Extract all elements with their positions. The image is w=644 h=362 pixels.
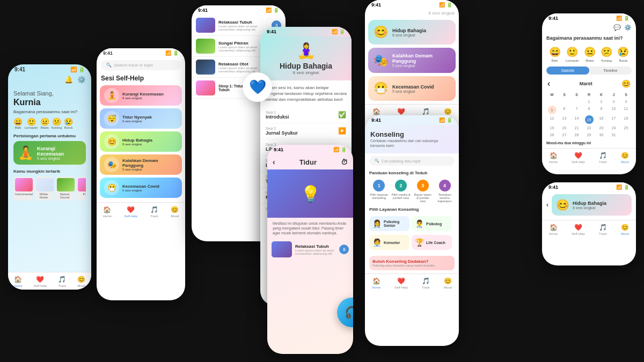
- nav-track-2[interactable]: 🎵Track: [150, 206, 158, 218]
- btn-statistik[interactable]: Statistik: [546, 67, 589, 75]
- pause-btn-tidur[interactable]: ⏸: [339, 245, 349, 254]
- layanan-lifecoach[interactable]: 🏆Life Coach: [412, 235, 452, 250]
- layanan-psikolog[interactable]: 👨‍⚕️Psikolog: [412, 216, 452, 231]
- m-kurang[interactable]: 😕Kurang: [601, 46, 612, 62]
- m-biasa[interactable]: 😐Biasa: [584, 46, 596, 62]
- greeting-prefix: Selamat Siang,: [13, 90, 86, 97]
- gear-icon-8[interactable]: ⚙️: [624, 24, 632, 31]
- sh-hidup[interactable]: 😊 Hidup Bahagia8 sesi singkat: [100, 131, 182, 152]
- selfhelp-title: Sesi Self-Help: [97, 72, 185, 85]
- sh-tidur[interactable]: 😴 Tidur Nyenyak6 sesi singkat: [100, 108, 182, 129]
- btn-timeline[interactable]: Timeline: [589, 67, 632, 75]
- sh-covid[interactable]: 😷 Kecemasan Covid5 sesi singkat: [100, 178, 182, 198]
- course-card-demam[interactable]: 🎭 Kalahkan Demam Panggung5 sesi singkat: [368, 48, 456, 73]
- phone-mood: 9:41 📶🔋 💬 ⚙️ Bagaimana perasaanmu saat i…: [542, 13, 636, 174]
- status-bar-6: 9:41 📶🔋: [365, 0, 459, 10]
- darurat-box[interactable]: Butuh Konseling Dadakan? Psikolog atau k…: [369, 256, 455, 270]
- first-aid-label: Pertolongan pertama untukmu: [13, 134, 86, 138]
- nav-track-9[interactable]: 🎵Track: [599, 224, 607, 235]
- calendar-grid: M S S R K J S 1234 567 891011 121314 151…: [542, 91, 636, 139]
- hidup-sub-9: 8 sesi singkat: [573, 206, 606, 210]
- nav-mood-1[interactable]: 😊Mood: [77, 276, 85, 287]
- nav-home-8[interactable]: 🏠Home: [549, 152, 558, 164]
- step-3: 3 Bayar token & jumlah sesi: [413, 180, 432, 203]
- nav-selfhelp-7[interactable]: ❤️Self-Help: [394, 277, 408, 289]
- course-card-hidup[interactable]: 😊 Hidup Bahagia8 sesi singkat: [368, 20, 456, 45]
- headphone-float: 🎧: [337, 298, 353, 327]
- music-white-noise[interactable]: White Noise: [34, 176, 53, 201]
- nav-home-2[interactable]: 🏠Home: [103, 206, 112, 218]
- mood-lumayan[interactable]: 🙂Lumayan: [25, 117, 38, 129]
- bottom-nav-7: 🏠Home ❤️Self-Help 🎵Track 😊Mood: [365, 274, 459, 291]
- back-icon[interactable]: ‹: [273, 158, 275, 166]
- tidur-title: Tidur: [299, 158, 317, 166]
- cal-prev[interactable]: ‹: [547, 79, 550, 88]
- layanan-psikolog-senior[interactable]: 👩‍⚕️Psikolog Senior: [369, 216, 409, 231]
- kurangi-kecemasan-card[interactable]: 🧘 Kurangi Kecemasan5 sesi singkat: [13, 141, 86, 165]
- layanan-konselor[interactable]: 🧑‍💼Konselor: [369, 235, 409, 250]
- gear-icon[interactable]: ⚙️: [77, 76, 86, 84]
- nav-track-7[interactable]: 🎵Track: [422, 277, 430, 289]
- m-lumayan[interactable]: 🙂Lumayan: [566, 46, 579, 62]
- phone-selfhelp: 9:41 📶🔋 🔍 Search track or topic Sesi Sel…: [97, 48, 185, 300]
- step-row: 1 Pilih layanan konseling 2 Pilih media …: [365, 178, 459, 205]
- nav-selfhelp-9[interactable]: ❤️Self-Help: [572, 224, 585, 235]
- sh-kurangi[interactable]: 🧘 Kurangi Kecemasan8 sesi singkat: [100, 85, 182, 106]
- layanan-title: Pilih Layanan Konseling: [365, 205, 459, 214]
- track-tidur[interactable]: Relaksasi Tubuh Lorem ipsum dolor sit am…: [267, 239, 353, 260]
- nav-mood-7[interactable]: 😊Mood: [444, 277, 452, 289]
- m-buruk[interactable]: 😢Buruk: [617, 46, 629, 62]
- play-icon-2[interactable]: ▶️: [338, 127, 346, 135]
- status-bar-9: 9:41 📶🔋: [542, 182, 636, 192]
- nav-home-9[interactable]: 🏠Home: [549, 224, 558, 235]
- mood-buruk[interactable]: 😢Buruk: [64, 117, 73, 129]
- music-instrumental[interactable]: Instrumental: [13, 176, 32, 201]
- tidur-image: 💡: [267, 169, 353, 218]
- maybe-interested-label: Kamu mungkin tertarik: [13, 169, 86, 174]
- stats-toggle: Statistik Timeline: [546, 67, 632, 75]
- konseling-search[interactable]: 🔍 Cari psikolog atau topik: [369, 156, 455, 166]
- nav-selfhelp-2[interactable]: ❤️Self-Help: [124, 206, 137, 218]
- nav-track-8[interactable]: 🎵Track: [599, 152, 607, 164]
- nav-home-1[interactable]: 🏠Home: [14, 276, 23, 287]
- darurat-title: Butuh Konseling Dadakan?: [372, 259, 451, 264]
- phone-bottom-right: 9:41 📶🔋 ‹ 😊 Hidup Bahagia 8 sesi singkat…: [542, 182, 636, 265]
- hidup-title-9: Hidup Bahagia: [573, 201, 606, 206]
- bell-icon[interactable]: 🔔: [64, 76, 73, 84]
- tidur-desc: Meditasi ini ditujukan untuk membantu An…: [267, 218, 353, 239]
- step-1: 1 Pilih layanan konseling: [370, 180, 389, 203]
- timer-icon[interactable]: ⏱: [341, 158, 348, 166]
- sh-kalahkan[interactable]: 🎭 Kalahkan Demam Panggung5 sesi singkat: [100, 154, 182, 175]
- m-baik[interactable]: 😄Baik: [549, 46, 561, 62]
- bottom-nav-9: 🏠Home ❤️Self-Help 🎵Track 😊Mood: [542, 220, 636, 238]
- status-bar-5: 9:41 📶🔋: [267, 145, 353, 154]
- search-icon-7: 🔍: [375, 159, 379, 163]
- back-icon-9[interactable]: ‹: [546, 201, 548, 209]
- mood-biasa[interactable]: 😐Biasa: [40, 117, 49, 129]
- mood-kurang[interactable]: 😕Kurang: [52, 117, 62, 129]
- nav-mood-9[interactable]: 😊Mood: [621, 224, 629, 235]
- nav-mood-8[interactable]: 😊Mood: [621, 152, 629, 164]
- mood-baik[interactable]: 😄Baik: [13, 117, 23, 129]
- music-row: Instrumental White Noise Nature Sound Fi…: [13, 176, 86, 201]
- session-1[interactable]: Sesi 1Introduksi ✅: [260, 107, 352, 123]
- session-2[interactable]: Sesi 2Jurnal Syukur ▶️: [260, 123, 352, 139]
- chat-icon[interactable]: 💬: [613, 24, 621, 31]
- status-bar-3: 9:41 📶🔋: [192, 5, 286, 15]
- calendar-header: ‹ Maret 😊: [542, 77, 636, 91]
- nav-track-1[interactable]: 🎵Track: [58, 276, 66, 287]
- step-2: 2 Pilih media & jumlah sesi: [392, 180, 411, 203]
- music-fi[interactable]: Fi...: [76, 176, 86, 201]
- nav-home-7[interactable]: 🏠Home: [372, 277, 380, 289]
- search-bar-2[interactable]: 🔍 Search track or topic: [101, 60, 181, 70]
- nav-selfhelp-8[interactable]: ❤️Self-Help: [572, 152, 585, 164]
- search-icon-2: 🔍: [106, 63, 112, 68]
- music-nature[interactable]: Nature Sound: [55, 176, 74, 201]
- status-bar-8: 9:41 📶🔋: [542, 13, 636, 23]
- nav-selfhelp-1[interactable]: ❤️Self-Help: [34, 276, 47, 287]
- nav-mood-2[interactable]: 😊Mood: [171, 206, 179, 218]
- layanan-row: 👩‍⚕️Psikolog Senior 👨‍⚕️Psikolog 🧑‍💼Kons…: [365, 214, 459, 254]
- tidur-header: ‹ Tidur ⏱: [267, 154, 353, 169]
- darurat-sub: Psikolog atau konselor yang masih tersed…: [372, 264, 451, 267]
- course-card-covid[interactable]: 😷 Kecemasan Covid5 sesi singkat: [368, 76, 456, 101]
